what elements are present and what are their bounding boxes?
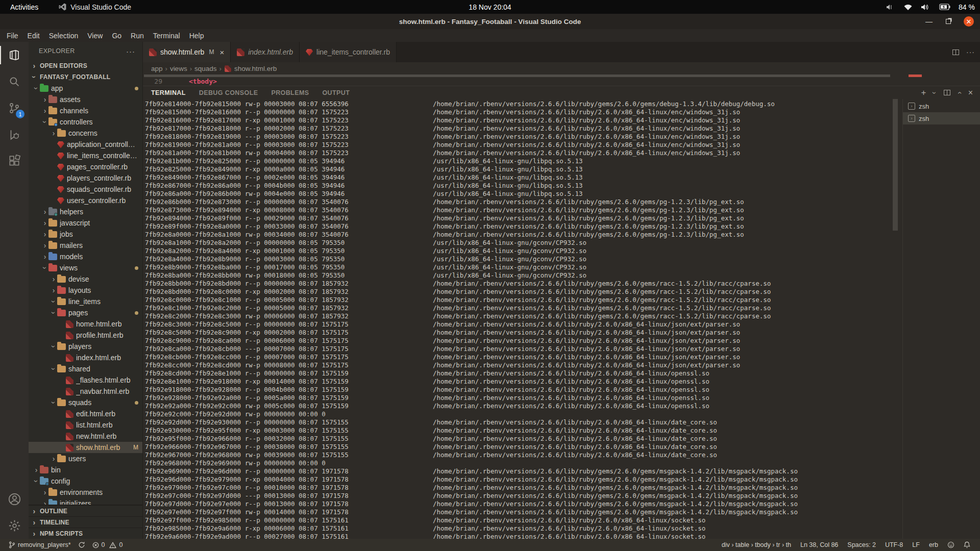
- tree-item-devise[interactable]: ›devise: [29, 273, 142, 285]
- panel-tab-output[interactable]: OUTPUT: [322, 89, 350, 96]
- breadcrumb-item-squads[interactable]: squads: [194, 65, 217, 72]
- tree-item-index-html-erb[interactable]: index.html.erb: [29, 352, 142, 363]
- editor-more-actions-icon[interactable]: ···: [966, 48, 975, 56]
- breadcrumb-item-app[interactable]: app: [151, 65, 163, 72]
- panel-tab-terminal[interactable]: TERMINAL: [151, 89, 186, 96]
- terminal-instance-zsh[interactable]: ›zsh: [903, 112, 980, 124]
- settings-gear-icon[interactable]: [0, 512, 29, 539]
- tree-item-channels[interactable]: ›channels: [29, 105, 142, 116]
- tree-item-controllers[interactable]: ›controllers: [29, 116, 142, 128]
- minimize-button[interactable]: —: [925, 17, 933, 26]
- encoding[interactable]: UTF-8: [880, 541, 908, 548]
- menu-selection[interactable]: Selection: [44, 31, 83, 41]
- tree-item-models[interactable]: ›models: [29, 251, 142, 262]
- search-icon[interactable]: [0, 68, 29, 95]
- tree-item-app[interactable]: ›app: [29, 83, 142, 94]
- cursor-dom-path[interactable]: div › table › tbody › tr › th: [717, 541, 796, 548]
- close-panel-icon[interactable]: ×: [968, 88, 973, 97]
- section-npm-scripts[interactable]: ›NPM SCRIPTS: [29, 528, 142, 539]
- notifications-bell-icon[interactable]: [959, 541, 975, 548]
- tree-item-profile-html-erb[interactable]: profile.html.erb: [29, 330, 142, 341]
- tree-item-players-controller-rb[interactable]: players_controller.rb: [29, 172, 142, 184]
- system-tray[interactable]: 84 %: [886, 3, 975, 11]
- terminal-dropdown-icon[interactable]: ›: [931, 91, 939, 94]
- terminal-instance-zsh[interactable]: ›zsh: [903, 100, 980, 112]
- indentation[interactable]: Spaces: 2: [843, 541, 880, 548]
- tree-item--navbar-html-erb[interactable]: _navbar.html.erb: [29, 386, 142, 397]
- restore-button[interactable]: [944, 17, 952, 26]
- tree-item--flashes-html-erb[interactable]: _flashes.html.erb: [29, 374, 142, 386]
- window-title-bar[interactable]: show.html.erb - Fantasy_Footaball - Visu…: [0, 14, 980, 29]
- tree-item-concerns[interactable]: ›concerns: [29, 128, 142, 139]
- menu-view[interactable]: View: [83, 31, 107, 41]
- language-mode[interactable]: erb: [924, 541, 943, 548]
- tree-item-environments[interactable]: ›environments: [29, 487, 142, 498]
- tree-item-line-items-controller-rb[interactable]: line_items_controller.rb: [29, 150, 142, 161]
- clock[interactable]: 18 Nov 20:04: [469, 3, 511, 11]
- tree-item-users[interactable]: ›users: [29, 453, 142, 464]
- split-terminal-icon[interactable]: [944, 90, 950, 95]
- tree-item-new-html-erb[interactable]: new.html.erb: [29, 431, 142, 442]
- split-editor-icon[interactable]: [952, 49, 959, 55]
- git-branch-item[interactable]: removing_players*: [5, 541, 75, 548]
- tree-item-users-controller-rb[interactable]: users_controller.rb: [29, 195, 142, 206]
- sync-changes-button[interactable]: [75, 541, 89, 548]
- tab-index-html-erb[interactable]: index.html.erb: [231, 42, 300, 62]
- breadcrumb-item-views[interactable]: views: [170, 65, 187, 72]
- tree-item-views[interactable]: ›views: [29, 262, 142, 273]
- eol[interactable]: LF: [908, 541, 924, 548]
- terminal-output[interactable]: 7fb92e814000-7fb92e815000 rw-p 00003000 …: [145, 100, 892, 539]
- tree-item-assets[interactable]: ›assets: [29, 94, 142, 105]
- terminal-scrollbar[interactable]: [893, 99, 898, 231]
- tree-item-shared[interactable]: ›shared: [29, 363, 142, 374]
- tree-item-helpers[interactable]: ›helpers: [29, 206, 142, 217]
- menu-go[interactable]: Go: [107, 31, 126, 41]
- section-outline[interactable]: ›OUTLINE: [29, 505, 142, 516]
- tree-item-application-controller-rb[interactable]: application_controller.rb: [29, 139, 142, 150]
- extensions-icon[interactable]: [0, 148, 29, 174]
- cursor-position[interactable]: Ln 38, Col 86: [796, 541, 843, 548]
- tree-item-edit-html-erb[interactable]: edit.html.erb: [29, 408, 142, 419]
- tree-item-players[interactable]: ›players: [29, 341, 142, 352]
- workspace-root[interactable]: › FANTASY_FOOTABALL: [29, 71, 142, 83]
- tree-item-jobs[interactable]: ›jobs: [29, 229, 142, 240]
- panel-tab-problems[interactable]: PROBLEMS: [271, 89, 309, 96]
- section-timeline[interactable]: ›TIMELINE: [29, 516, 142, 528]
- tree-item-line-items[interactable]: ›line_items: [29, 296, 142, 307]
- feedback-smiley-icon[interactable]: [943, 541, 959, 548]
- panel-tab-debug-console[interactable]: DEBUG CONSOLE: [199, 89, 258, 96]
- open-editors-section[interactable]: › OPEN EDITORS: [29, 60, 142, 71]
- tree-item-javascript[interactable]: ›javascript: [29, 217, 142, 229]
- tree-item-show-html-erb[interactable]: show.html.erbM: [29, 442, 142, 453]
- tab-line-items-controller-rb[interactable]: line_items_controller.rb: [300, 42, 397, 62]
- new-terminal-icon[interactable]: +: [921, 88, 926, 98]
- focused-app-menu[interactable]: Visual Studio Code: [59, 3, 131, 11]
- menu-run[interactable]: Run: [126, 31, 149, 41]
- problems-item[interactable]: 0 0: [89, 541, 127, 548]
- tab-show-html-erb[interactable]: show.html.erbM×: [143, 42, 231, 62]
- menu-edit[interactable]: Edit: [23, 31, 44, 41]
- tree-item-mailers[interactable]: ›mailers: [29, 240, 142, 251]
- tab-close-icon[interactable]: ×: [219, 48, 224, 57]
- horizontal-scrollbar[interactable]: [144, 74, 890, 77]
- menu-help[interactable]: Help: [185, 31, 209, 41]
- editor-pane[interactable]: 29 <tbody>: [143, 74, 980, 86]
- close-button[interactable]: ✕: [964, 16, 974, 27]
- tree-item-pages[interactable]: ›pages: [29, 307, 142, 318]
- tree-item-home-html-erb[interactable]: home.html.erb: [29, 318, 142, 330]
- menu-file[interactable]: File: [2, 31, 23, 41]
- source-control-icon[interactable]: 1: [0, 95, 29, 121]
- tree-item-list-html-erb[interactable]: list.html.erb: [29, 419, 142, 431]
- explorer-icon[interactable]: [0, 42, 29, 68]
- tree-item-pages-controller-rb[interactable]: pages_controller.rb: [29, 161, 142, 172]
- menu-terminal[interactable]: Terminal: [149, 31, 185, 41]
- tree-item-layouts[interactable]: ›layouts: [29, 285, 142, 296]
- maximize-panel-icon[interactable]: ›: [955, 91, 963, 94]
- explorer-more-actions-icon[interactable]: ···: [126, 47, 135, 56]
- tree-item-squads-controller-rb[interactable]: squads_controller.rb: [29, 184, 142, 195]
- tree-item-squads[interactable]: ›squads: [29, 397, 142, 408]
- breadcrumb-item-show-html-erb[interactable]: show.html.erb: [224, 65, 277, 72]
- account-icon[interactable]: [0, 486, 29, 512]
- activities-button[interactable]: Activities: [7, 3, 41, 11]
- tree-item-bin[interactable]: ›bin: [29, 464, 142, 475]
